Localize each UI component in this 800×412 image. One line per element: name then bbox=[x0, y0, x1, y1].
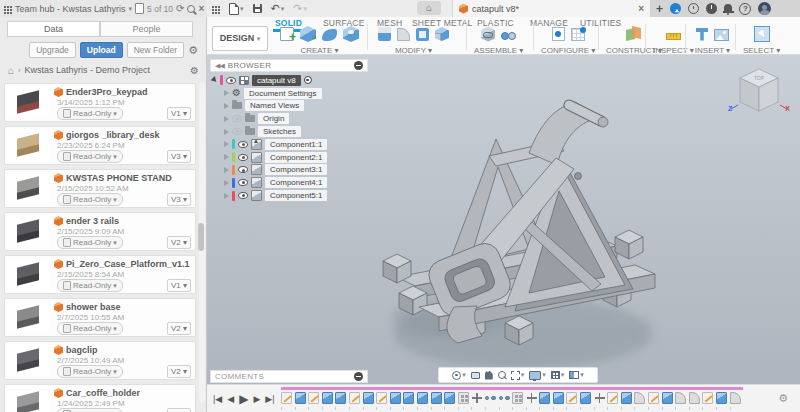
timeline-feature-joint[interactable] bbox=[499, 392, 510, 404]
dropdown-caret[interactable]: ▾ bbox=[580, 371, 584, 379]
item-name[interactable]: bagclip bbox=[66, 345, 98, 355]
apps-grid-icon[interactable] bbox=[4, 6, 6, 8]
look-at-button[interactable] bbox=[471, 372, 480, 379]
timeline-feature-sketch[interactable] bbox=[702, 392, 713, 404]
timeline-feature-sketch[interactable] bbox=[281, 392, 292, 404]
item-access-dropdown[interactable]: Read-Only▾ bbox=[57, 365, 123, 378]
breadcrumb-project[interactable]: Kwstas Lathyris - Demo Project bbox=[24, 65, 186, 75]
activate-component-radio[interactable] bbox=[304, 76, 312, 84]
browser-node[interactable]: Sketches bbox=[210, 125, 410, 138]
home-view-button[interactable]: ⌂ bbox=[417, 1, 441, 15]
visibility-eye-icon[interactable] bbox=[238, 166, 248, 173]
panel-settings-gear-icon[interactable]: ⚙ bbox=[188, 45, 198, 56]
item-version-dropdown[interactable]: V1 ▾ bbox=[167, 279, 191, 292]
view-cube[interactable]: TOP Z X bbox=[728, 61, 790, 123]
timeline-feature-pattern[interactable] bbox=[512, 392, 523, 404]
item-version-dropdown[interactable]: V3 ▾ bbox=[167, 193, 191, 206]
browser-node[interactable]: Component2:1 bbox=[210, 151, 410, 164]
item-access-dropdown[interactable]: Read-Only▾ bbox=[57, 322, 123, 335]
browser-panel-header[interactable]: ◀◀ BROWSER bbox=[210, 59, 368, 72]
timeline-feature-extrude[interactable] bbox=[444, 392, 455, 404]
pending-jobs-button[interactable]: 1 bbox=[706, 3, 717, 14]
group-label[interactable]: MODIFY ▾ bbox=[395, 46, 432, 55]
collapse-browser-icon[interactable]: ◀◀ bbox=[215, 62, 224, 70]
refresh-icon[interactable]: ⟳ bbox=[176, 3, 184, 14]
timeline-settings-gear-icon[interactable]: ⚙ bbox=[778, 392, 788, 405]
project-item-card[interactable]: KWSTAS PHONE STAND2/15/2025 10:52 AMRead… bbox=[4, 169, 196, 208]
close-tab-icon[interactable]: × bbox=[638, 3, 644, 14]
hub-dropdown-caret[interactable]: ▾ bbox=[129, 5, 133, 13]
expand-arrow-icon[interactable] bbox=[224, 167, 229, 173]
go-to-end-button[interactable]: ▶| bbox=[265, 394, 274, 404]
dropdown-caret[interactable]: ▾ bbox=[542, 371, 546, 379]
item-name[interactable]: Ender3Pro_keypad bbox=[66, 87, 148, 97]
timeline-feature-extrude[interactable] bbox=[390, 392, 401, 404]
measure-icon[interactable] bbox=[666, 33, 681, 40]
timeline-feature-move[interactable] bbox=[471, 392, 482, 404]
timeline-feature-sketch[interactable] bbox=[349, 392, 360, 404]
data-panel-scrollbar[interactable] bbox=[199, 83, 205, 403]
timeline-feature-fillet[interactable] bbox=[634, 392, 645, 404]
grid-layout-button[interactable]: ▾ bbox=[551, 371, 565, 379]
browser-node-label[interactable]: Sketches bbox=[258, 126, 301, 137]
timeline-feature-extrude[interactable] bbox=[431, 392, 442, 404]
item-access-dropdown[interactable]: Read-Only▾ bbox=[57, 150, 123, 163]
project-item-card[interactable]: bagclip2/7/2025 10:49 AMRead-Only▾V2 ▾ bbox=[4, 341, 196, 380]
show-data-panel-button[interactable] bbox=[211, 5, 220, 13]
dropdown-caret[interactable]: ▾ bbox=[521, 371, 525, 379]
group-label[interactable]: ASSEMBLE ▾ bbox=[474, 46, 523, 55]
item-name[interactable]: Car_coffe_holder bbox=[66, 388, 140, 398]
history-icon[interactable] bbox=[688, 3, 699, 14]
new-component-icon[interactable] bbox=[481, 27, 495, 42]
visibility-eye-icon[interactable] bbox=[238, 154, 248, 161]
visibility-eye-icon[interactable] bbox=[238, 192, 248, 199]
group-label[interactable]: SELECT ▾ bbox=[743, 46, 780, 55]
timeline-feature-sketch[interactable] bbox=[308, 392, 319, 404]
item-name[interactable]: Pi_Zero_Case_Platform_v1.1 bbox=[66, 259, 190, 269]
timeline-feature-fillet[interactable] bbox=[675, 392, 686, 404]
close-panel-icon[interactable]: × bbox=[198, 3, 204, 14]
timeline-feature-joint[interactable] bbox=[485, 392, 496, 404]
project-item-card[interactable]: Ender3Pro_keypad3/14/2025 1:12 PMRead-On… bbox=[4, 83, 196, 122]
visibility-eye-icon[interactable] bbox=[238, 179, 248, 186]
browser-node-label[interactable]: Component5:1 bbox=[265, 190, 327, 201]
group-label[interactable]: INSERT ▾ bbox=[695, 46, 730, 55]
user-avatar[interactable] bbox=[758, 2, 771, 15]
item-name[interactable]: KWSTAS PHONE STAND bbox=[66, 173, 172, 183]
viewport[interactable]: ◀◀ BROWSER catapult v8⚙Document Settings… bbox=[207, 55, 800, 384]
display-settings-button[interactable]: ▾ bbox=[529, 371, 546, 380]
browser-node-label[interactable]: Component3:1 bbox=[265, 164, 327, 175]
browser-node[interactable]: Component5:1 bbox=[210, 189, 410, 202]
help-icon[interactable]: ? bbox=[739, 3, 751, 15]
new-tab-button[interactable]: + bbox=[656, 3, 663, 15]
sweep-icon[interactable] bbox=[322, 29, 337, 41]
search-icon[interactable] bbox=[187, 5, 195, 13]
item-version-dropdown[interactable]: V2 ▾ bbox=[167, 236, 191, 249]
item-access-dropdown[interactable]: Read-Only▾ bbox=[57, 408, 123, 412]
project-item-card[interactable]: Pi_Zero_Case_Platform_v1.12/15/2025 8:54… bbox=[4, 255, 196, 294]
select-icon[interactable] bbox=[754, 26, 770, 42]
item-name[interactable]: shower base bbox=[66, 302, 121, 312]
save-button[interactable] bbox=[253, 4, 262, 13]
combine-icon[interactable] bbox=[435, 27, 449, 41]
browser-node[interactable]: catapult v8 bbox=[210, 74, 410, 87]
item-version-dropdown[interactable]: V3 ▾ bbox=[167, 150, 191, 163]
comments-bar[interactable]: COMMENTS bbox=[210, 370, 368, 383]
expand-arrow-icon[interactable] bbox=[224, 129, 229, 135]
upgrade-button[interactable]: Upgrade bbox=[29, 42, 76, 58]
expand-arrow-icon[interactable] bbox=[224, 141, 229, 147]
job-status-icon[interactable] bbox=[670, 3, 681, 14]
browser-node-label[interactable]: Component4:1 bbox=[265, 177, 327, 188]
browser-node-label[interactable]: Document Settings bbox=[244, 88, 322, 99]
visibility-eye-icon[interactable] bbox=[226, 77, 236, 84]
expand-arrow-icon[interactable] bbox=[224, 193, 229, 199]
item-version-dropdown[interactable]: V2 ▾ bbox=[167, 408, 191, 412]
document-tab[interactable]: catapult v8* × bbox=[452, 0, 650, 17]
joint-icon[interactable] bbox=[501, 31, 516, 41]
timeline-feature-sketch[interactable] bbox=[566, 392, 577, 404]
expand-arrow-icon[interactable] bbox=[224, 103, 229, 109]
timeline-feature-fillet[interactable] bbox=[730, 392, 741, 404]
timeline-feature-extrude[interactable] bbox=[553, 392, 564, 404]
timeline-feature-move[interactable] bbox=[594, 392, 605, 404]
play-button[interactable]: ▶ bbox=[239, 392, 248, 406]
